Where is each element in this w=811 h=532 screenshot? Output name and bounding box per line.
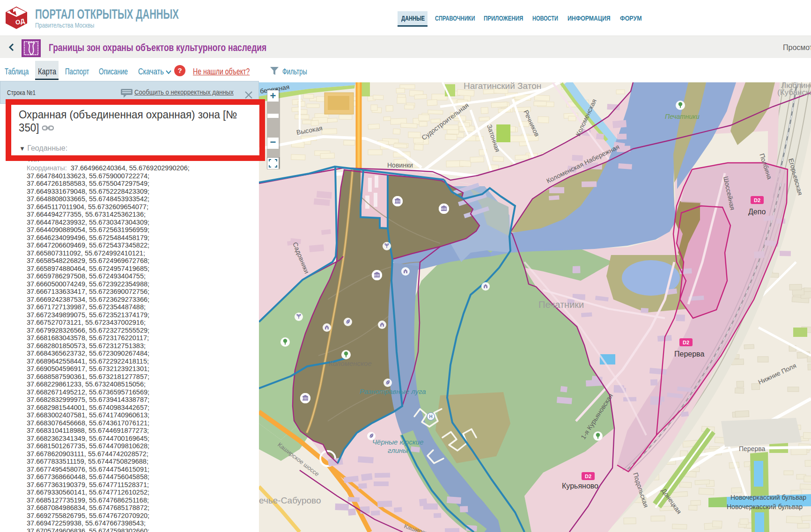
- svg-text:Новочеркасский бульвар: Новочеркасский бульвар: [730, 494, 806, 501]
- svg-text:Коломенское: Коломенское: [329, 359, 372, 367]
- svg-text:D2: D2: [754, 197, 760, 203]
- svg-text:Курьяново: Курьяново: [562, 482, 598, 490]
- svg-text:Перерва: Перерва: [674, 350, 704, 358]
- svg-text:Нагатинский Затон: Нагатинский Затон: [464, 82, 541, 91]
- svg-text:Депо: Депо: [748, 208, 766, 216]
- svg-text:Печатники: Печатники: [665, 113, 700, 120]
- svg-text:Чёрные юрские: Чёрные юрские: [372, 438, 423, 446]
- svg-text:Н: Н: [429, 414, 432, 419]
- svg-text:Новинки: Новинки: [387, 161, 413, 169]
- svg-text:Перерва: Перерва: [739, 445, 765, 452]
- svg-text:D2: D2: [585, 474, 591, 479]
- svg-text:(Кубанская: (Кубанская: [777, 88, 811, 97]
- svg-text:глины: глины: [388, 446, 408, 454]
- svg-text:Разнотравные луга: Разнотравные луга: [360, 387, 426, 395]
- svg-text:D2: D2: [683, 340, 689, 345]
- svg-text:Новочеркасский бульвар: Новочеркасский бульвар: [727, 503, 803, 510]
- svg-text:Печатники: Печатники: [538, 299, 584, 310]
- svg-text:ечье-Сабурово: ечье-Сабурово: [259, 496, 321, 505]
